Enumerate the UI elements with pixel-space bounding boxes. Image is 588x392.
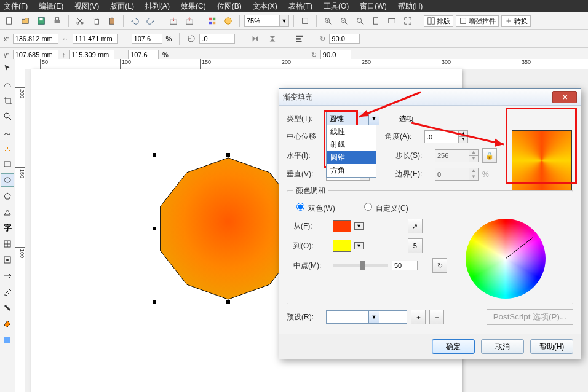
width-input[interactable] xyxy=(73,34,118,44)
preset-combo[interactable]: ▼ xyxy=(326,310,407,324)
to-color-swatch[interactable] xyxy=(333,240,351,252)
layout-button[interactable]: 排版 xyxy=(424,15,453,27)
zoom-all-icon[interactable] xyxy=(385,14,399,28)
skew-x-input[interactable] xyxy=(329,34,360,44)
custom-radio[interactable] xyxy=(364,203,372,211)
menu-arrange[interactable]: 排列(A) xyxy=(145,1,170,12)
blend-direct-icon[interactable]: ↗ xyxy=(408,219,423,233)
shape-tool-icon[interactable] xyxy=(1,77,14,91)
scale-x-input[interactable] xyxy=(132,34,162,44)
fill-tool-icon[interactable] xyxy=(1,317,14,331)
mirror-v-icon[interactable] xyxy=(266,32,279,45)
copy-icon[interactable] xyxy=(89,14,103,28)
menu-effects[interactable]: 效果(C) xyxy=(181,1,206,12)
type-option-square[interactable]: 方角 xyxy=(327,164,376,177)
zoom-dropdown-arrow-icon[interactable]: ▼ xyxy=(279,15,288,26)
angle-spin[interactable]: ▲▼ xyxy=(424,130,468,143)
menu-bitmap[interactable]: 位图(B) xyxy=(217,1,242,12)
menu-tools[interactable]: 工具(O) xyxy=(324,1,349,12)
scale-y-input[interactable] xyxy=(128,50,159,60)
menu-edit[interactable]: 编辑(E) xyxy=(39,1,63,12)
menu-window[interactable]: 窗口(W) xyxy=(360,1,386,12)
save-icon[interactable] xyxy=(34,14,48,28)
color-wheel[interactable] xyxy=(466,219,546,299)
crop-tool-icon[interactable] xyxy=(1,93,14,107)
open-icon[interactable] xyxy=(18,14,32,28)
menu-table[interactable]: 表格(T) xyxy=(288,1,312,12)
basic-shapes-tool-icon[interactable] xyxy=(1,205,14,219)
menu-layout[interactable]: 版面(L) xyxy=(110,1,134,12)
steps-lock-icon[interactable]: 🔒 xyxy=(482,148,497,163)
smart-fill-tool-icon[interactable] xyxy=(1,141,14,155)
align-icon[interactable] xyxy=(293,32,306,45)
y-input[interactable] xyxy=(13,50,58,60)
x-input[interactable] xyxy=(13,34,58,44)
type-value[interactable] xyxy=(327,112,368,125)
type-option-conical[interactable]: 圆锥 xyxy=(327,151,376,164)
zoom-fit-icon[interactable] xyxy=(353,14,367,28)
mirror-h-icon[interactable] xyxy=(248,32,262,45)
redo-icon[interactable] xyxy=(144,14,157,28)
dialog-titlebar[interactable]: 渐变填充 ✕ xyxy=(279,89,581,106)
cancel-button[interactable]: 取消 xyxy=(481,339,524,354)
type-dropdown[interactable]: 线性 射线 圆锥 方角 xyxy=(326,125,376,178)
paste-icon[interactable] xyxy=(105,14,119,28)
export-icon[interactable] xyxy=(183,14,196,28)
polygon-tool-icon[interactable] xyxy=(1,189,14,203)
connector-tool-icon[interactable] xyxy=(1,269,14,283)
convert-button[interactable]: 转换 xyxy=(501,15,531,27)
menu-file[interactable]: 文件(F) xyxy=(4,1,28,12)
midpoint-slider[interactable] xyxy=(333,264,388,267)
cut-icon[interactable] xyxy=(73,14,87,28)
table-tool-icon[interactable] xyxy=(1,237,14,251)
height-input[interactable] xyxy=(69,50,114,60)
plugin-button[interactable]: 增强插件 xyxy=(456,15,499,27)
menu-view[interactable]: 视图(V) xyxy=(74,1,99,12)
menu-help[interactable]: 帮助(H) xyxy=(398,1,423,12)
pick-tool-icon[interactable] xyxy=(1,61,14,75)
blend-cw-icon[interactable]: ↻ xyxy=(432,258,447,273)
zoom-out-icon[interactable] xyxy=(337,14,351,28)
print-icon[interactable] xyxy=(50,14,64,28)
two-color-radio[interactable] xyxy=(296,203,304,211)
from-color-dropdown-icon[interactable]: ▼ xyxy=(354,222,364,230)
new-icon[interactable] xyxy=(2,14,16,28)
interactive-fill-tool-icon[interactable] xyxy=(1,333,14,347)
type-label: 类型(T): xyxy=(287,114,322,124)
blend-ccw-icon[interactable]: 5 xyxy=(408,238,423,253)
chevron-down-icon[interactable]: ▼ xyxy=(368,112,379,125)
to-color-dropdown-icon[interactable]: ▼ xyxy=(354,242,364,249)
undo-icon[interactable] xyxy=(128,14,141,28)
freehand-tool-icon[interactable] xyxy=(1,125,14,139)
menu-text[interactable]: 文本(X) xyxy=(253,1,277,12)
ok-button[interactable]: 确定 xyxy=(432,339,475,354)
svg-rect-4 xyxy=(55,18,58,20)
type-option-linear[interactable]: 线性 xyxy=(327,125,376,138)
skew-y-input[interactable] xyxy=(320,50,351,60)
zoom-combo[interactable]: ▼ xyxy=(244,15,289,27)
close-icon[interactable]: ✕ xyxy=(552,91,577,103)
welcome-icon[interactable] xyxy=(221,14,235,28)
rectangle-tool-icon[interactable] xyxy=(1,157,14,171)
ellipse-tool-icon[interactable] xyxy=(1,173,14,187)
type-option-radial[interactable]: 射线 xyxy=(327,138,376,151)
type-combo[interactable]: ▼ 线性 射线 圆锥 方角 xyxy=(326,112,379,125)
text-tool-icon[interactable]: 字 xyxy=(1,221,14,235)
zoom-page-icon[interactable] xyxy=(369,14,383,28)
preset-remove-icon[interactable]: － xyxy=(429,310,444,324)
midpoint-input[interactable] xyxy=(392,261,418,270)
zoom-input[interactable] xyxy=(245,17,279,25)
zoom-tool-icon[interactable] xyxy=(1,109,14,123)
fullscreen-icon[interactable] xyxy=(401,14,415,28)
outline-tool-icon[interactable] xyxy=(1,301,14,315)
preset-add-icon[interactable]: ＋ xyxy=(411,310,426,324)
help-button[interactable]: 帮助(H) xyxy=(530,339,573,354)
snap-icon[interactable] xyxy=(298,14,312,28)
dimension-tool-icon[interactable] xyxy=(1,253,14,267)
rotation-input[interactable] xyxy=(199,34,235,44)
app-launcher-icon[interactable] xyxy=(205,14,219,28)
from-color-swatch[interactable] xyxy=(333,220,351,232)
zoom-in-icon[interactable] xyxy=(321,14,335,28)
eyedropper-tool-icon[interactable] xyxy=(1,285,14,299)
import-icon[interactable] xyxy=(167,14,180,28)
